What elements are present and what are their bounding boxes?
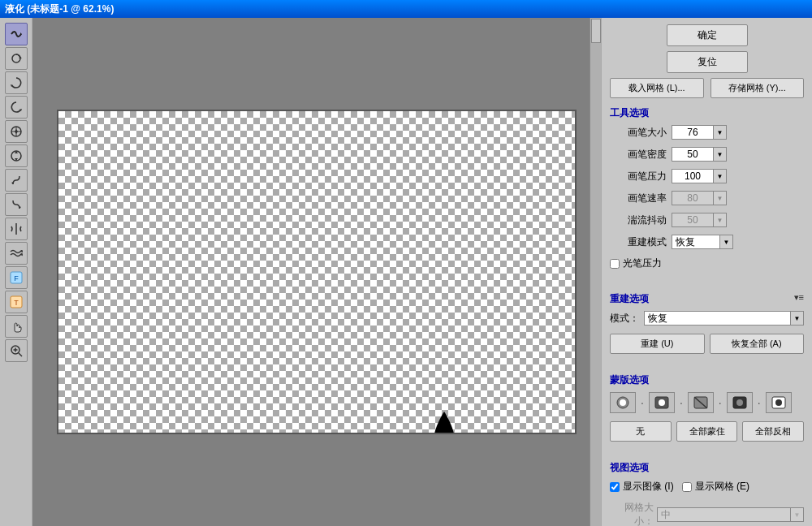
- stylus-label: 光笔压力: [623, 257, 662, 270]
- mode-label: 模式：: [610, 312, 639, 326]
- mask-all-button[interactable]: 全部蒙住: [676, 421, 738, 442]
- left-toolbar: F T: [0, 18, 32, 526]
- brush-size-control: ▼: [672, 125, 727, 140]
- mask-icon-btn-1[interactable]: [610, 392, 636, 413]
- svg-marker-2: [19, 57, 22, 58]
- rebuild-all-button[interactable]: 恢复全部 (A): [710, 334, 805, 354]
- tool-options-title: 工具选项: [610, 106, 804, 120]
- scroll-bar-right[interactable]: [590, 18, 601, 526]
- reconstruct-tool-btn[interactable]: [5, 47, 28, 70]
- mask-icon-btn-5[interactable]: [766, 392, 792, 413]
- brush-size-label: 画笔大小: [610, 126, 667, 140]
- mask-icon-btn-3[interactable]: [688, 392, 714, 413]
- brush-size-row: 画笔大小 ▼: [610, 125, 804, 140]
- twirl-cw-tool-btn[interactable]: [5, 71, 28, 94]
- none-button[interactable]: 无: [610, 421, 672, 442]
- mask-icon-buttons: · · · ·: [610, 392, 804, 413]
- rebuild-buttons-row: 重建 (U) 恢复全部 (A): [610, 334, 804, 354]
- brush-pressure-control: ▼: [672, 169, 727, 183]
- turbulence-jitter-row: 湍流抖动 ▼: [610, 213, 804, 227]
- confirm-reset-row: 确定: [610, 24, 804, 46]
- reset-button[interactable]: 复位: [667, 51, 748, 73]
- mask-options-title: 蒙版选项: [610, 373, 804, 387]
- confirm-button[interactable]: 确定: [667, 24, 748, 46]
- svg-text:F: F: [14, 274, 19, 282]
- rebuild-mode-label: 重建模式: [610, 235, 667, 249]
- brush-rate-label: 画笔速率: [610, 192, 667, 205]
- load-mesh-button[interactable]: 载入网格 (L)...: [610, 78, 704, 98]
- turbulence-jitter-control: ▼: [672, 213, 727, 227]
- stylus-checkbox[interactable]: [610, 259, 620, 269]
- brush-rate-row: 画笔速率 ▼: [610, 191, 804, 205]
- bloat-tool-btn[interactable]: [5, 144, 28, 167]
- show-grid-checkbox[interactable]: [682, 482, 692, 492]
- mask-icon-btn-4[interactable]: [727, 392, 753, 413]
- mode-select-row: 模式： ▼: [610, 311, 804, 326]
- push-left-tool-btn[interactable]: [5, 169, 28, 192]
- mask-sep-4: ·: [756, 396, 762, 409]
- title-text: 液化 (未标题-1 @ 62.1%): [5, 2, 114, 16]
- canvas-wrapper: [57, 110, 577, 434]
- turbulence-tool-btn[interactable]: [5, 242, 28, 265]
- svg-marker-9: [15, 132, 18, 134]
- svg-line-21: [19, 353, 22, 356]
- svg-point-31: [736, 399, 743, 406]
- mask-icon-btn-2[interactable]: [649, 392, 675, 413]
- brush-density-control: ▼: [672, 147, 727, 162]
- hand-tool-btn[interactable]: [5, 315, 28, 338]
- zoom-tool-btn[interactable]: [5, 339, 28, 362]
- rebuild-mode-row: 重建模式 ▼: [610, 235, 804, 249]
- brush-size-input[interactable]: [672, 125, 714, 140]
- brush-pressure-input[interactable]: [672, 169, 714, 183]
- show-grid-label: 显示网格 (E): [695, 480, 749, 494]
- mask-action-buttons: 无 全部蒙住 全部反相: [610, 421, 804, 442]
- show-image-checkbox[interactable]: [610, 482, 620, 492]
- brush-rate-control: ▼: [672, 191, 727, 205]
- grid-size-label: 网格大小：: [613, 501, 654, 526]
- brush-pressure-arrow[interactable]: ▼: [714, 169, 727, 183]
- view-row-1: 显示图像 (I) 显示网格 (E): [610, 480, 804, 496]
- rebuild-button[interactable]: 重建 (U): [610, 334, 705, 354]
- brush-rate-arrow: ▼: [714, 191, 727, 205]
- turbulence-jitter-arrow: ▼: [714, 213, 727, 227]
- brush-rate-input: [672, 191, 714, 205]
- grid-size-input: [657, 507, 791, 522]
- rebuild-options-menu-icon[interactable]: ▾≡: [794, 292, 804, 303]
- rebuild-mode-control: ▼: [672, 235, 733, 249]
- checkerboard-bg: [58, 111, 575, 433]
- reset-row: 复位: [610, 51, 804, 73]
- rebuild-options-title: 重建选项: [610, 292, 649, 306]
- svg-point-25: [620, 399, 626, 406]
- warp-tool-btn[interactable]: [5, 23, 28, 45]
- mode-select-input[interactable]: [644, 311, 791, 326]
- brush-density-input[interactable]: [672, 147, 714, 162]
- canvas-bg[interactable]: [57, 110, 577, 434]
- mirror-tool-btn[interactable]: [5, 218, 28, 240]
- push-right-tool-btn[interactable]: [5, 193, 28, 216]
- brush-density-arrow[interactable]: ▼: [714, 147, 727, 162]
- rebuild-mode-input[interactable]: [672, 235, 720, 249]
- show-image-label: 显示图像 (I): [623, 480, 674, 494]
- brush-size-arrow[interactable]: ▼: [714, 125, 727, 140]
- view-options-title: 视图选项: [610, 461, 804, 475]
- save-mesh-button[interactable]: 存储网格 (Y)...: [710, 78, 805, 98]
- show-image-row: 显示图像 (I): [610, 480, 674, 494]
- show-grid-row: 显示网格 (E): [682, 480, 749, 494]
- mode-select-arrow[interactable]: ▼: [791, 311, 804, 326]
- svg-text:T: T: [14, 299, 19, 307]
- pucker-tool-btn[interactable]: [5, 120, 28, 143]
- title-bar: 液化 (未标题-1 @ 62.1%): [0, 0, 812, 18]
- freeze-tool-btn[interactable]: F: [5, 266, 28, 289]
- thaw-tool-btn[interactable]: T: [5, 291, 28, 313]
- canvas-area: [32, 18, 601, 526]
- invert-all-button[interactable]: 全部反相: [742, 421, 804, 442]
- brush-pressure-row: 画笔压力 ▼: [610, 169, 804, 183]
- rebuild-mode-arrow[interactable]: ▼: [720, 235, 733, 249]
- svg-point-33: [775, 399, 782, 406]
- grid-size-control: ▼: [657, 507, 804, 522]
- grid-size-arrow: ▼: [791, 507, 804, 522]
- mask-sep-2: ·: [678, 396, 685, 409]
- scroll-thumb-vertical[interactable]: [591, 19, 601, 43]
- twirl-ccw-tool-btn[interactable]: [5, 96, 28, 119]
- svg-point-27: [659, 399, 665, 406]
